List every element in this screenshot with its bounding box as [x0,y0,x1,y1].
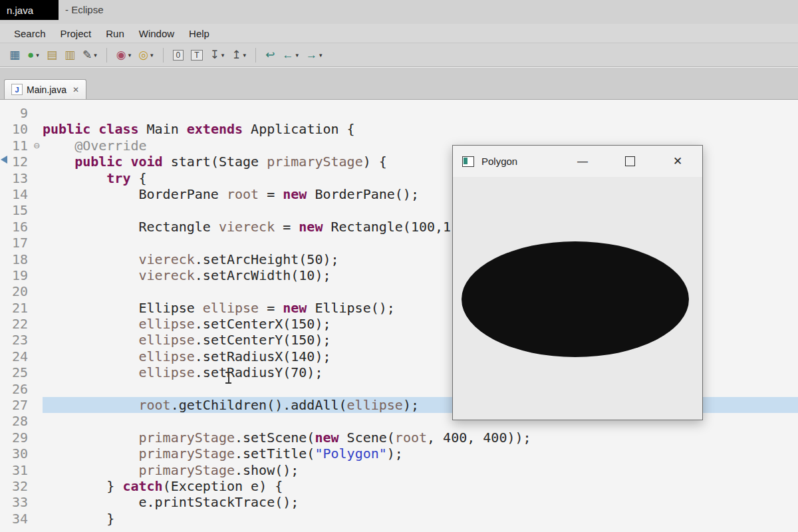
fold-column [31,154,43,170]
line-number: 26 [0,381,31,397]
dropdown-arrow-icon[interactable]: ▾ [295,52,299,59]
toolbar-separator [255,48,256,63]
fold-column [31,105,43,121]
fold-column [31,478,43,494]
code-line[interactable]: 9 [0,105,798,121]
box-0-button[interactable]: 0 [170,49,187,62]
fold-marker-icon[interactable]: ⊖ [31,138,43,154]
polygon-window-icon [462,156,474,167]
fold-column [31,202,43,218]
box-t-button[interactable]: T [188,49,205,62]
line-number: 16 [0,219,31,235]
fold-column [31,348,43,364]
fold-column [31,511,43,527]
line-number: 11 [0,138,31,154]
dropdown-arrow-icon[interactable]: ▾ [36,52,39,59]
toolbar-separator [163,48,164,63]
save-icon: ▤ [47,49,57,61]
menu-project[interactable]: Project [53,26,99,41]
new-wizard-button[interactable]: ▦ [7,48,23,62]
fold-column [31,186,43,202]
forward-button[interactable]: →▾ [303,48,325,62]
package-button[interactable]: ▥ [62,48,78,62]
fold-column [31,462,43,478]
java-file-icon: J [11,84,23,95]
tab-main-java[interactable]: J Main.java ✕ [4,79,86,99]
dropdown-arrow-icon[interactable]: ▾ [319,52,323,59]
run-button[interactable]: ◎▾ [136,48,156,62]
menu-search[interactable]: Search [7,26,53,41]
dropdown-arrow-icon[interactable]: ▾ [221,52,225,59]
minimize-button[interactable]: — [567,146,598,177]
polygon-window[interactable]: Polygon — ✕ [452,145,703,420]
dropdown-arrow-icon[interactable]: ▾ [128,52,132,59]
window-title: - Eclipse [65,4,104,15]
dropdown-arrow-icon[interactable]: ▾ [94,52,97,59]
debug-button[interactable]: ◉▾ [114,48,134,62]
fold-column [31,446,43,462]
code-line[interactable]: 32 } catch(Exception e) { [0,478,798,494]
fold-column [31,413,43,429]
line-number: 21 [0,300,31,316]
fold-column [31,381,43,397]
line-number: 27 [0,397,31,413]
code-line[interactable]: 10public class Main extends Application … [0,121,798,137]
pencil-button[interactable]: ✎▾ [80,48,100,62]
line-number: 34 [0,511,31,527]
fold-column [31,121,43,137]
code-text: primaryStage.setScene(new Scene(root, 40… [43,430,798,446]
last-edit-location-button[interactable]: ↩ [263,48,277,62]
toolbar: ▦●▾▤▥✎▾◉▾◎▾0T↧▾↥▾↩←▾→▾ [0,43,798,67]
fold-column [31,364,43,380]
tab-close-icon[interactable]: ✕ [72,85,79,94]
line-number: 33 [0,494,31,510]
line-number: 25 [0,364,31,380]
forward-icon: → [306,49,317,61]
tab-bar: J Main.java ✕ [0,68,798,100]
line-number: 14 [0,186,31,202]
package-icon: ▥ [65,49,75,61]
menu-bar: SearchProjectRunWindowHelp [0,24,798,43]
line-number: 17 [0,235,31,251]
close-button[interactable]: ✕ [662,146,693,177]
menu-run[interactable]: Run [98,26,132,41]
line-number: 20 [0,283,31,299]
line-number: 18 [0,251,31,267]
text-cursor-icon [225,371,232,384]
code-text: e.printStackTrace(); [43,494,798,510]
back-button[interactable]: ←▾ [279,48,301,62]
toolbar-separator [106,48,107,63]
menu-window[interactable]: Window [132,26,182,41]
line-number: 13 [0,170,31,186]
code-line[interactable]: 33 e.printStackTrace(); [0,494,798,510]
maximize-button[interactable] [614,146,645,177]
code-line[interactable]: 29 primaryStage.setScene(new Scene(root,… [0,430,798,446]
eclipse-window: n.java - Eclipse SearchProjectRunWindowH… [0,0,798,532]
line-number: 32 [0,478,31,494]
code-line[interactable]: 30 primaryStage.setTitle("Polygon"); [0,446,798,462]
fold-column [31,300,43,316]
run-icon: ◎ [138,49,148,61]
code-line[interactable]: 31 primaryStage.show(); [0,462,798,478]
code-text [43,105,798,121]
black-ellipse-shape [462,241,689,357]
line-number: 24 [0,348,31,364]
line-number: 30 [0,446,31,462]
next-annotation-button[interactable]: ↧▾ [207,48,227,62]
line-number: 9 [0,105,31,121]
fold-column [31,397,43,413]
debug-icon: ◉ [116,49,126,61]
save-button[interactable]: ▤ [44,48,60,62]
globe-button[interactable]: ●▾ [25,48,42,62]
dropdown-arrow-icon[interactable]: ▾ [150,52,154,59]
polygon-window-titlebar[interactable]: Polygon — ✕ [453,146,702,177]
fold-column [31,219,43,235]
fold-column [31,332,43,348]
prev-annotation-button[interactable]: ↥▾ [229,48,249,62]
line-number: 22 [0,316,31,332]
prev-annotation-icon: ↥ [231,49,241,61]
menu-help[interactable]: Help [182,26,217,41]
fold-column [31,170,43,186]
dropdown-arrow-icon[interactable]: ▾ [243,52,247,59]
code-line[interactable]: 34 } [0,511,798,527]
